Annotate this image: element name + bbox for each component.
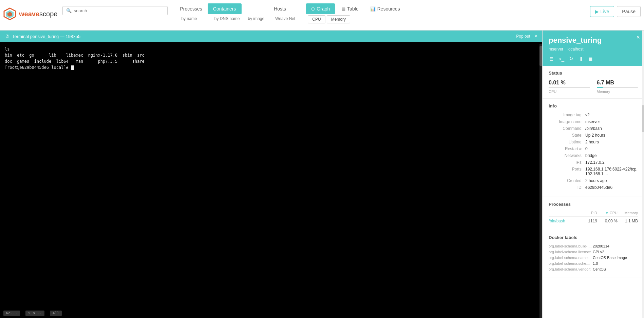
view-btn-resources[interactable]: 📊 Resources	[365, 3, 405, 14]
info-table: Image tag:v2Image name:mserverCommand:/b…	[549, 113, 638, 190]
info-row: Image tag:v2	[549, 113, 638, 117]
docker-label-key: org.label-schema.vendor:	[549, 267, 593, 271]
pause-button[interactable]: Pause	[617, 6, 641, 17]
info-row: IPs:172.17.0.2	[549, 160, 638, 165]
memory-label: Memory	[597, 90, 638, 94]
terminal-popout[interactable]: Pop out	[516, 34, 530, 39]
logo-weave: weave	[19, 10, 39, 18]
terminal-cursor	[71, 65, 74, 70]
view-group: ⬡ Graph ▤ Table 📊 Resources CPU Memory	[306, 0, 406, 23]
container-link-mserver[interactable]: mserver	[549, 47, 563, 52]
info-val: 0	[585, 146, 588, 151]
live-controls: ▶ Live Pause	[590, 6, 641, 17]
nav-item-processes[interactable]: Processes	[174, 3, 207, 14]
status-section: Status 0.01 % CPU 6.7 MB Memory	[543, 66, 644, 99]
processes-section-title: Processes	[549, 202, 638, 207]
terminal-body[interactable]: ls bin etc go lib libexec nginx-1.17.8 s…	[0, 42, 542, 318]
status-section-title: Status	[549, 71, 638, 76]
info-key: Networks:	[549, 153, 583, 158]
container-link-localhost[interactable]: localhost	[567, 47, 583, 52]
docker-label-row: org.label-schema.name:CentOS Base Image	[549, 256, 638, 260]
sort-arrow-icon: ▼	[605, 211, 609, 215]
container-actions: 🖥 >_ ↻ ⏸ ⏹	[549, 56, 638, 62]
memory-bar	[597, 87, 638, 88]
info-val: /bin/bash	[585, 126, 602, 131]
info-row: Restart #:0	[549, 146, 638, 151]
processes-col-memory: Memory	[618, 211, 638, 215]
docker-label-row: org.label-schema.vendor:CentOS	[549, 267, 638, 271]
action-stop-icon[interactable]: ⏹	[588, 56, 593, 62]
processes-col-name	[549, 211, 580, 215]
process-pid: 1119	[580, 219, 597, 223]
cpu-metric: 0.01 % CPU	[549, 80, 590, 94]
processes-rows: /bin/bash11190.00 %1.1 MB	[549, 219, 638, 223]
search-box[interactable]: 🔍	[62, 6, 168, 15]
memory-value: 6.7 MB	[597, 80, 638, 86]
cpu-bar	[549, 87, 590, 88]
bottom-item-1: Ne...	[3, 311, 20, 316]
right-panel-scrollbar-thumb[interactable]	[642, 105, 644, 132]
docker-label-val: 20200114	[593, 244, 609, 248]
cpu-bar-fill	[549, 87, 549, 88]
action-refresh-icon[interactable]: ↻	[569, 56, 573, 62]
info-val: Up 2 hours	[585, 133, 605, 138]
view-btn-table[interactable]: ▤ Table	[336, 3, 363, 14]
search-input[interactable]	[74, 8, 164, 13]
nav-sub-by-image[interactable]: by image	[244, 15, 269, 22]
terminal-scrollbar[interactable]	[539, 44, 542, 318]
terminal-bottom-bar: Ne... 2 n... All	[0, 309, 539, 318]
terminal-scrollbar-thumb[interactable]	[539, 46, 542, 66]
logo-scope: scope	[39, 10, 57, 18]
docker-label-val: 1.0	[593, 261, 598, 265]
search-icon: 🔍	[66, 8, 72, 13]
metric-btn-memory[interactable]: Memory	[327, 15, 350, 23]
action-pause-icon[interactable]: ⏸	[578, 56, 583, 62]
docker-label-row: org.label-schema.license:GPLv2	[549, 250, 638, 254]
nav-sub-weave-net[interactable]: Weave Net	[271, 15, 299, 22]
info-val: v2	[585, 113, 590, 117]
table-icon: ▤	[341, 6, 345, 12]
graph-icon: ⬡	[311, 6, 315, 12]
terminal-close-icon[interactable]: ×	[534, 33, 537, 39]
process-row: /bin/bash11190.00 %1.1 MB	[549, 219, 638, 223]
info-section-title: Info	[549, 103, 638, 108]
play-icon: ▶	[595, 9, 599, 14]
cpu-label: CPU	[549, 90, 590, 94]
info-val: 172.17.0.2	[585, 160, 605, 165]
info-key: Restart #:	[549, 146, 583, 151]
right-panel-scrollbar[interactable]	[642, 31, 644, 318]
cpu-value: 0.01 %	[549, 80, 590, 86]
metric-btn-cpu[interactable]: CPU	[308, 15, 325, 23]
right-panel-close-button[interactable]: ×	[636, 34, 640, 41]
process-name[interactable]: /bin/bash	[549, 219, 580, 223]
processes-header: PID ▼ CPU Memory	[549, 211, 638, 217]
bottom-item-2: 2 n...	[25, 311, 44, 316]
info-key: Image name:	[549, 119, 583, 124]
info-key: Ports:	[549, 167, 583, 172]
logo-icon	[3, 7, 16, 20]
action-prompt-icon[interactable]: >_	[558, 56, 564, 62]
info-row: Command:/bin/bash	[549, 126, 638, 131]
terminal-title: Terminal pensive_turing — 198×55	[12, 34, 80, 39]
nav-item-hosts[interactable]: Hosts	[268, 3, 291, 14]
memory-bar-fill	[597, 87, 603, 88]
live-button[interactable]: ▶ Live	[590, 6, 614, 17]
info-key: Command:	[549, 126, 583, 131]
action-terminal-icon[interactable]: 🖥	[549, 56, 554, 62]
docker-label-val: CentOS Base Image	[593, 256, 627, 260]
info-key: IPs:	[549, 160, 583, 165]
logo: weavescope	[3, 0, 57, 20]
right-panel-header: pensive_turing mserver localhost 🖥 >_ ↻ …	[543, 31, 644, 66]
info-val: 2 hours ago	[585, 178, 607, 183]
docker-label-key: org.label-schema.name:	[549, 256, 593, 260]
docker-label-val: CentOS	[593, 267, 606, 271]
docker-labels-section: Docker labels org.label-schema.build-...…	[543, 230, 644, 278]
view-btn-graph[interactable]: ⬡ Graph	[306, 3, 335, 14]
terminal-panel: 🖥 Terminal pensive_turing — 198×55 Pop o…	[0, 31, 542, 318]
nav-sub-by-dns-name[interactable]: by DNS name	[210, 15, 244, 22]
nav-item-containers[interactable]: Containers	[208, 3, 242, 14]
info-val: 192.168.1.176:6022->22/tcp, 192.168.1...…	[585, 167, 638, 176]
info-val: 2 hours	[585, 140, 599, 144]
nav-sub-by-name[interactable]: by name	[177, 15, 201, 22]
nav-group-hosts: Hosts Weave Net	[268, 0, 299, 22]
